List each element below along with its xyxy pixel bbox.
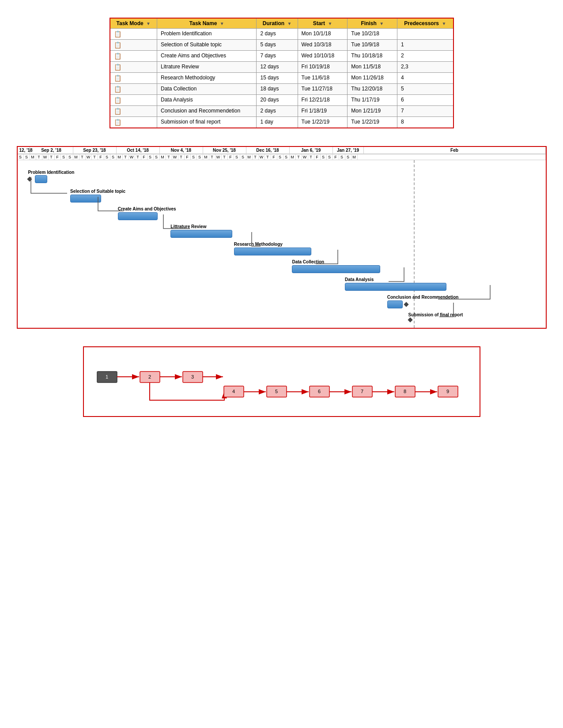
gantt-bar-4 [170, 230, 232, 238]
day-cell: M [351, 154, 358, 160]
day-cell: S [104, 154, 110, 160]
period-label: Feb [364, 147, 546, 154]
bar-label-4: Littrature Review [170, 224, 232, 229]
network-diagram-section: 1 2 3 4 5 [13, 346, 550, 417]
period-label: Dec 16, '18 [246, 147, 290, 154]
gantt-bar-row-9: Submission of final report [408, 312, 463, 322]
day-cell: S [67, 154, 73, 160]
gantt-bar-7 [345, 283, 446, 291]
cell-task-mode: 📋 [110, 95, 157, 106]
task-mode-icon: 📋 [114, 64, 121, 71]
day-cell: T [209, 154, 215, 160]
arrow-2-4 [150, 383, 224, 400]
cell-predecessors: 6 [397, 95, 453, 106]
col-header-finish: Finish ▼ [348, 18, 397, 29]
gantt-bar-5 [234, 248, 311, 255]
cell-predecessors: 1 [397, 40, 453, 51]
cell-finish: Thu 1/17/19 [348, 95, 397, 106]
table-row: 📋 Problem Identification 2 days Mon 10/1… [110, 29, 453, 40]
day-cell: F [55, 154, 61, 160]
day-cell: S [197, 154, 203, 160]
gantt-bars-area: Problem Identification Selection of Suit… [18, 160, 546, 328]
day-cell: F [141, 154, 147, 160]
day-cell: M [246, 154, 253, 160]
period-label: Sep 23, '18 [73, 147, 117, 154]
day-cell: T [222, 154, 228, 160]
day-cell: S [61, 154, 67, 160]
cell-task-mode: 📋 [110, 73, 157, 84]
day-cell: W [86, 154, 92, 160]
cell-task-name: Submission of final report [157, 117, 257, 128]
bar-label-3: Create Aims and Objectives [118, 206, 176, 211]
period-label: Sep 2, '18 [30, 147, 73, 154]
node-4-label: 4 [232, 389, 234, 394]
gantt-period-row: 12, '18 Sep 2, '18 Sep 23, '18 Oct 14, '… [18, 147, 546, 154]
cell-start: Tue 11/6/18 [298, 73, 348, 84]
cell-duration: 2 days [257, 106, 298, 117]
task-mode-icon: 📋 [114, 41, 121, 49]
cell-duration: 12 days [257, 62, 298, 73]
gantt-bar-6 [292, 265, 380, 273]
gantt-bar-row-6: Data Collection [292, 259, 380, 273]
bar-label-9: Submission of final report [408, 312, 463, 317]
network-container: 1 2 3 4 5 [83, 346, 480, 417]
bar-label-2: Selection of Suitable topic [70, 189, 125, 194]
cell-task-name: Selection of Suitable topic [157, 40, 257, 51]
sort-arrow-duration[interactable]: ▼ [287, 21, 291, 26]
table-row: 📋 Research Methodology 15 days Tue 11/6/… [110, 73, 453, 84]
period-label: 12, '18 [18, 147, 30, 154]
day-cell: W [259, 154, 265, 160]
table-row: 📋 Data Analysis 20 days Fri 12/21/18 Thu… [110, 95, 453, 106]
col-header-predecessors: Predecessors ▼ [397, 18, 453, 29]
day-cell: M [203, 154, 209, 160]
day-cell: F [185, 154, 191, 160]
cell-start: Mon 10/1/18 [298, 29, 348, 40]
cell-finish: Tue 10/2/18 [348, 29, 397, 40]
col-header-start: Start ▼ [298, 18, 348, 29]
cell-start: Tue 11/27/18 [298, 84, 348, 95]
cell-task-name: Data Analysis [157, 95, 257, 106]
day-cell: S [345, 154, 351, 160]
cell-finish: Thu 12/20/18 [348, 84, 397, 95]
milestone-icon-9 [408, 317, 412, 322]
cell-task-name: Data Collection [157, 84, 257, 95]
table-row: 📋 Conclusion and Recommendetion 2 days F… [110, 106, 453, 117]
table-row: 📋 Selection of Suitable topic 5 days Wed… [110, 40, 453, 51]
node-8-label: 8 [403, 389, 406, 394]
cell-duration: 20 days [257, 95, 298, 106]
cell-predecessors: 7 [397, 106, 453, 117]
sort-arrow-task-mode[interactable]: ▼ [146, 21, 151, 26]
day-cell: M [30, 154, 36, 160]
day-cell: T [265, 154, 271, 160]
day-cell [358, 154, 546, 160]
cell-task-name: Conclusion and Recommendetion [157, 106, 257, 117]
day-cell: F [228, 154, 234, 160]
node-1-label: 1 [105, 374, 108, 379]
task-mode-icon: 📋 [114, 53, 121, 60]
gantt-bar-row-7: Data Analysis [345, 277, 446, 291]
task-mode-icon: 📋 [114, 30, 121, 38]
day-cell: W [42, 154, 49, 160]
cell-predecessors: 2,3 [397, 62, 453, 73]
cell-start: Fri 10/19/18 [298, 62, 348, 73]
sort-arrow-predecessors[interactable]: ▼ [442, 21, 446, 26]
gantt-bar-row-5: Research Methodology [234, 242, 311, 255]
cell-predecessors: 2 [397, 51, 453, 62]
day-cell: T [79, 154, 86, 160]
sort-arrow-task-name[interactable]: ▼ [220, 21, 224, 26]
cell-predecessors [397, 29, 453, 40]
day-cell: S [147, 154, 154, 160]
cell-duration: 1 day [257, 117, 298, 128]
gantt-bar-row-2: Selection of Suitable topic [70, 189, 125, 203]
bar-label-7: Data Analysis [345, 277, 446, 282]
cell-duration: 7 days [257, 51, 298, 62]
cell-start: Tue 1/22/19 [298, 117, 348, 128]
gantt-bar-row-3: Create Aims and Objectives [118, 206, 176, 220]
bar-label-1: Problem Identification [28, 170, 74, 175]
period-label: Oct 14, '18 [117, 147, 160, 154]
sort-arrow-finish[interactable]: ▼ [379, 21, 384, 26]
day-cell: T [135, 154, 141, 160]
cell-start: Wed 10/10/18 [298, 51, 348, 62]
sort-arrow-start[interactable]: ▼ [328, 21, 332, 26]
day-cell: S [191, 154, 197, 160]
